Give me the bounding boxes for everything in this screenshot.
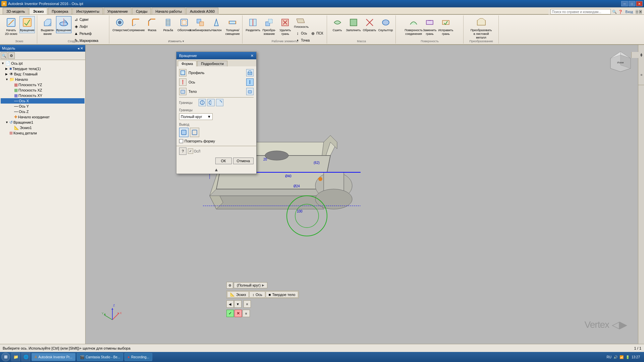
panel-settings-btn[interactable]: ⚙ [8, 52, 15, 59]
btn-fill[interactable]: Заполнить [346, 16, 361, 33]
btn-fillet[interactable]: Сопряжение [128, 16, 144, 33]
vp-settings-btn[interactable]: ⚙ [226, 282, 233, 289]
panel-close-icon[interactable]: ✕ [80, 46, 83, 51]
btn-to-sheet[interactable]: Преобразоватьв листовойметалл [466, 16, 496, 40]
btn-relef[interactable]: ▲ Рельеф [72, 30, 107, 37]
panel-search-btn[interactable]: 🔍 [1, 52, 7, 59]
tree-solids[interactable]: ▶ ■ Твердые тела(1) [1, 66, 85, 71]
btn-transform[interactable]: Преобра-зование [261, 16, 277, 37]
taskbar-inventor[interactable]: A Autodesk Inventor Pr... [32, 353, 75, 361]
vp-nav-down[interactable]: ▼ [234, 300, 241, 308]
tree-start[interactable]: ▼ 📁 Начало [1, 77, 85, 82]
search-input[interactable] [550, 9, 611, 14]
output-surface-btn[interactable] [190, 128, 199, 137]
vp-axis-btn[interactable]: ↕ Ось [249, 291, 265, 298]
vp-bounds-dropdown[interactable]: (Полный круг) ▶ [234, 282, 267, 288]
body-icon[interactable] [179, 88, 186, 95]
tab-start[interactable]: Начало работы [152, 8, 185, 14]
tab-eskiz[interactable]: Эскиз [29, 8, 47, 14]
tree-plane-xy[interactable]: ▦ Плоскость XY [1, 93, 85, 98]
tree-root[interactable]: ▼ 📄 Ось.ipt [1, 61, 85, 66]
btn-ucs[interactable]: ⊕ ПСК [309, 30, 324, 37]
btn-extrude[interactable]: Выдавли-вание [40, 16, 55, 37]
tree-revolve1[interactable]: ▼ ↺ Вращение1 [1, 120, 85, 125]
tab-3d-model[interactable]: 3D-модель [3, 8, 29, 14]
dialog-ok-btn[interactable]: ОК [215, 158, 232, 164]
btn-sdvig[interactable]: ⊿ Сдвиг [72, 16, 107, 23]
tab-instruments[interactable]: Инструменты [72, 8, 103, 14]
minimize-btn[interactable]: ─ [621, 1, 628, 6]
viewport[interactable]: 30 8 Ø60 Ø50 20 (62) Ø40 Ø24 100 ⚙ [86, 45, 644, 344]
btn-taper[interactable]: Наклон [209, 16, 224, 33]
btn-hole[interactable]: Отверстие [112, 16, 127, 33]
dialog-help-btn[interactable]: ? [179, 147, 186, 155]
ribbon-close[interactable]: ✕ [639, 10, 642, 14]
right-tab-2[interactable]: ⊕ [638, 65, 644, 85]
btn-finish-sketch[interactable]: Вращение [19, 16, 35, 33]
tree-plane-xz[interactable]: ▦ Плоскость XZ [1, 87, 85, 93]
vp-solid-btn[interactable]: ■ Твердое тело [266, 291, 299, 298]
body-btn[interactable] [246, 88, 254, 95]
btn-replace-face[interactable]: Заменитьгрань [422, 16, 437, 37]
repeat-shape-checkbox[interactable] [179, 139, 183, 143]
vp-confirm-btn[interactable]: ✓ [226, 310, 234, 317]
axis-icon[interactable] [179, 78, 186, 86]
tab-management[interactable]: Управление [104, 8, 131, 14]
vp-nav-left[interactable]: ◀ [226, 300, 234, 308]
start-button[interactable]: ⊞ [1, 353, 10, 361]
btn-loft[interactable]: ◈ Лофт [72, 23, 107, 30]
tree-end[interactable]: ⊠ Конец детали [1, 130, 85, 136]
dialog-tab-details[interactable]: Подробности [197, 61, 227, 66]
tree-axis-x[interactable]: — Ось X [1, 98, 85, 104]
login-btn[interactable]: Вход [624, 10, 635, 14]
tree-axis-y[interactable]: — Ось Y [1, 104, 85, 109]
tab-proverka[interactable]: Проверка [48, 8, 72, 14]
btn-split[interactable]: Разделить [245, 16, 261, 33]
btn-faska[interactable]: Фаска [144, 16, 160, 33]
vp-sketch-btn[interactable]: 📐 Эскиз [227, 291, 249, 298]
taskbar-files-btn[interactable]: 📁 [11, 353, 20, 361]
vp-options-btn[interactable]: ≡ [243, 310, 250, 317]
btn-combine[interactable]: Комбинировать [193, 16, 208, 33]
taskbar-recording[interactable]: ● Recording... [124, 353, 152, 361]
right-tab-1[interactable]: ◀▶ [631, 52, 644, 58]
btn-fix-face[interactable]: Исправитьгрань [438, 16, 453, 37]
tree-plane-yz[interactable]: ▦ Плоскость YZ [1, 82, 85, 87]
output-solid-btn[interactable] [179, 128, 189, 137]
taskbar-browser-btn[interactable]: 🌐 [21, 353, 30, 361]
btn-thickness[interactable]: Толщина/смещение [225, 16, 240, 37]
axis-select-btn[interactable] [246, 78, 254, 86]
profile-btn[interactable] [246, 69, 254, 76]
btn-axis-work[interactable]: ↕ Ось [293, 30, 308, 37]
tree-origin[interactable]: ✚ Начало координат [1, 114, 85, 120]
nav-cube[interactable]: Изом [607, 48, 634, 75]
btn-rezba[interactable]: Резьба [160, 16, 176, 33]
bounds-dropdown[interactable]: Полный круг ▼ [179, 113, 213, 120]
btn-stitch[interactable]: Сшить [330, 16, 345, 33]
maximize-btn[interactable]: □ [629, 1, 635, 6]
tree-axis-z[interactable]: — Ось Z [1, 109, 85, 114]
dialog-tab-form[interactable]: Форма [178, 61, 197, 66]
btn-surface-join[interactable]: Поверхностьсоединения [406, 16, 421, 37]
close-btn[interactable]: ✕ [636, 1, 643, 6]
btn-sculptor[interactable]: Скульптор [378, 16, 393, 33]
tab-a360[interactable]: Autodesk A360 [186, 8, 218, 14]
vp-more-btn[interactable]: ≡ [244, 300, 251, 308]
taskbar-camtasia[interactable]: 🎬 Camtasia Studio - Be... [77, 353, 123, 361]
tree-sketch1[interactable]: 📐 Эскиз1 [1, 125, 85, 130]
btn-delete-face[interactable]: Удалитьгрань [277, 16, 293, 37]
profile-icon[interactable] [179, 69, 186, 76]
btn-plane[interactable]: Плоскость [293, 16, 309, 30]
ribbon-minimize[interactable]: ─ [636, 10, 638, 14]
tab-sredy[interactable]: Среды [132, 8, 151, 14]
dialog-check-icon[interactable]: ✓ [188, 148, 193, 154]
help-icon[interactable]: ❓ [618, 10, 623, 14]
dialog-close-icon[interactable]: ✕ [251, 54, 254, 58]
dialog-cancel-btn[interactable]: Отмена [233, 158, 254, 164]
vp-cancel-btn[interactable]: ✕ [234, 310, 242, 317]
btn-revolve[interactable]: Вращение [56, 16, 71, 33]
btn-cut[interactable]: Обрезать [362, 16, 377, 33]
tree-view[interactable]: ▶ 👁 Вид: Главный [1, 71, 85, 77]
btn-start-sketch[interactable]: Начать2D-эскиз [3, 16, 19, 37]
panel-expand-icon[interactable]: ◂ [77, 46, 79, 51]
